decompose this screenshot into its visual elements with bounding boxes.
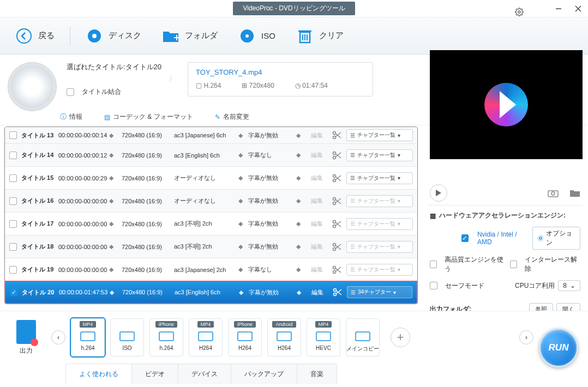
profile-card[interactable]: iPhoneh.264 [149,318,183,356]
tab-info[interactable]: ⓘ情報 [60,112,82,122]
hq-engine-checkbox[interactable] [430,261,437,268]
edit-button[interactable]: 編集 [306,174,328,182]
tab-rename[interactable]: ✎名前変更 [215,112,249,122]
row-checkbox[interactable] [9,243,17,251]
profiles-next-button[interactable]: › [519,330,533,344]
snapshot-button[interactable] [548,189,559,197]
play-button[interactable] [430,184,447,202]
profile-card[interactable]: MP4H264 [189,318,223,356]
edit-button[interactable]: 編集 [306,243,328,251]
profile-card[interactable]: ISO [110,318,144,356]
edit-button[interactable]: 編集 [306,220,328,228]
svg-rect-56 [238,332,252,341]
chapter-list-button[interactable]: ☰ チャプター一覧 ▾ [346,149,413,161]
title-row[interactable]: タイトル 1700:00:00-00:00:00◆720x480 (16:9)a… [5,212,417,235]
cut-button[interactable] [328,288,347,297]
time-dropdown-icon[interactable]: ◆ [109,152,113,159]
chapter-list-button[interactable]: ☰ 34チャプター ▾ [347,286,412,298]
time-dropdown-icon[interactable]: ◆ [109,266,113,273]
tab-codec[interactable]: ▤コーデック & フォーマット [104,112,193,122]
time-dropdown-icon[interactable]: ◆ [109,132,113,139]
folder-button[interactable]: フォルダ [157,24,223,48]
subtitle-dropdown-icon[interactable]: ◆ [296,266,301,273]
profiles-prev-button[interactable]: ‹ [51,330,65,344]
add-profile-button[interactable]: + [391,328,410,347]
audio-dropdown-icon[interactable]: ◆ [238,174,243,182]
subtitle-dropdown-icon[interactable]: ◆ [297,289,301,296]
profile-card[interactable]: AndroidH264 [267,318,301,356]
subtitle-dropdown-icon[interactable]: ◆ [296,152,301,159]
safemode-checkbox[interactable] [430,282,437,289]
settings-button[interactable] [509,3,529,21]
cut-button[interactable] [328,243,346,251]
subtitle-dropdown-icon[interactable]: ◆ [296,243,301,250]
edit-button[interactable]: 編集 [307,288,328,297]
cat-tab-video[interactable]: ビデオ [131,364,178,384]
chapter-list-button[interactable]: ☰ チャプター一覧 ▾ [346,129,413,141]
edit-button[interactable]: 編集 [306,131,328,140]
cat-tab-frequent[interactable]: よく使われる [65,364,132,384]
cut-button[interactable] [328,197,346,205]
row-checkbox[interactable] [9,152,17,159]
row-checkbox[interactable] [9,174,17,182]
disc-button[interactable]: ディスク [80,24,147,48]
title-row[interactable]: タイトル 1900:00:00-00:00:00◆720x480 (16:9)a… [5,258,417,281]
cut-button[interactable] [328,151,346,160]
cat-tab-backup[interactable]: バックアップ [231,364,297,384]
gpu-label[interactable]: Nvidia / Intel / AMD [477,231,528,246]
title-row[interactable]: タイトル 1300:00:00-00:00:14◆720x480 (16:9)a… [5,127,417,143]
title-row[interactable]: タイトル 1800:00:00-00:00:00◆720x480 (16:9)a… [5,235,417,258]
cpucores-select[interactable]: 8⌄ [558,280,580,291]
time-dropdown-icon[interactable]: ◆ [109,243,113,250]
audio-dropdown-icon[interactable]: ◆ [238,152,243,159]
time-dropdown-icon[interactable]: ◆ [109,197,113,204]
title-row[interactable]: タイトル 1400:00:00-00:00:12◆720x480 (16:9)a… [5,143,417,166]
deinterlace-checkbox[interactable] [510,261,517,268]
chapter-list-button[interactable]: ☰ チャプター一覧 ▾ [346,172,413,184]
subtitle-dropdown-icon[interactable]: ◆ [296,132,301,139]
cut-button[interactable] [328,220,346,228]
clear-button[interactable]: クリア [291,24,349,48]
cut-button[interactable] [328,265,346,274]
gpu-checkbox[interactable]: ✓ [461,234,469,242]
audio-dropdown-icon[interactable]: ◆ [238,220,243,227]
title-row[interactable]: ✓タイトル 2000:00:00-01:47:53◆720x480 (16:9)… [5,281,417,304]
row-checkbox[interactable] [9,220,17,228]
cat-tab-music[interactable]: 音楽 [297,364,337,384]
row-checkbox[interactable] [9,197,17,205]
profile-card[interactable]: MP4h.264 [71,318,105,356]
time-dropdown-icon[interactable]: ◆ [109,174,113,182]
hw-options-button[interactable]: オプション [532,227,580,250]
title-row[interactable]: タイトル 1500:00:00-00:00:29◆720x480 (16:9)オ… [5,166,417,189]
merge-titles-checkbox[interactable]: タイトル結合 [67,87,161,96]
profile-card[interactable]: メインコピー [346,318,380,356]
cut-button[interactable] [328,131,346,140]
audio-dropdown-icon[interactable]: ◆ [238,132,243,139]
time-dropdown-icon[interactable]: ◆ [109,220,113,227]
edit-button[interactable]: 編集 [306,197,328,205]
close-button[interactable] [568,0,588,17]
back-button[interactable]: 戻る [10,24,60,48]
audio-dropdown-icon[interactable]: ◆ [238,197,243,204]
profile-card[interactable]: iPhoneH264 [228,318,262,356]
iso-button[interactable]: ISO [233,24,281,48]
edit-button[interactable]: 編集 [306,151,328,159]
cat-tab-device[interactable]: デバイス [178,364,231,384]
snapshot-folder-button[interactable] [569,189,580,197]
audio-dropdown-icon[interactable]: ◆ [238,243,243,250]
subtitle-dropdown-icon[interactable]: ◆ [296,174,301,182]
subtitle-dropdown-icon[interactable]: ◆ [296,220,301,227]
run-button[interactable]: RUN [539,328,578,367]
subtitle-dropdown-icon[interactable]: ◆ [296,197,301,204]
time-dropdown-icon[interactable]: ◆ [110,289,114,296]
edit-button[interactable]: 編集 [306,265,328,274]
minimize-button[interactable] [549,0,568,17]
audio-dropdown-icon[interactable]: ◆ [238,266,243,273]
row-checkbox[interactable] [9,131,17,139]
row-checkbox[interactable] [9,266,17,274]
title-row[interactable]: タイトル 1600:00:00-00:00:00◆720x480 (16:9)オ… [5,189,417,212]
audio-dropdown-icon[interactable]: ◆ [239,289,243,296]
row-checkbox[interactable]: ✓ [10,288,17,296]
profile-card[interactable]: MP4HEVC [307,318,340,356]
cut-button[interactable] [328,174,346,183]
